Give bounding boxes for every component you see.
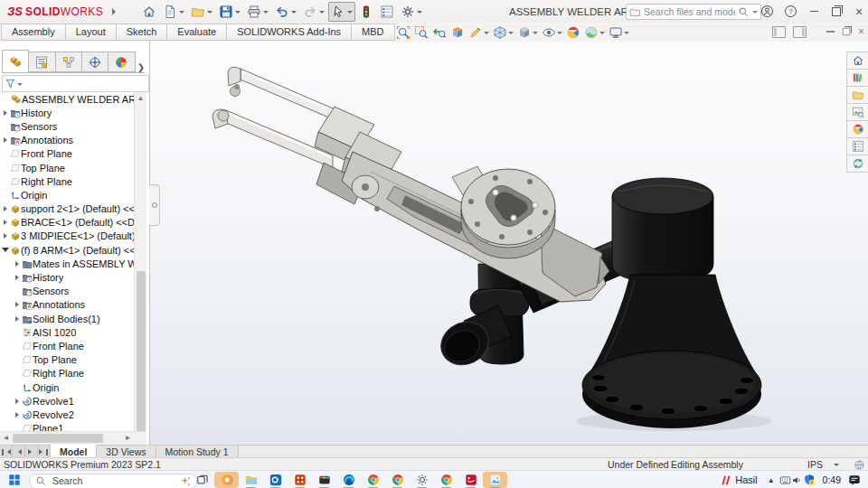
notification-center-icon[interactable]: [848, 471, 861, 488]
task-pane-view-palette-button[interactable]: [846, 104, 868, 121]
taskbar-app-edge[interactable]: [336, 472, 361, 488]
undo-button[interactable]: [272, 2, 299, 22]
expander-icon[interactable]: [0, 206, 10, 211]
tree-item[interactable]: support 2<1> (Default) <<Defa: [0, 202, 134, 216]
rebuild-button[interactable]: [356, 2, 376, 22]
open-caret-icon[interactable]: [207, 11, 212, 16]
units-caret-icon[interactable]: [834, 464, 839, 469]
tree-item[interactable]: Revolve1: [0, 394, 134, 408]
input-method-icon[interactable]: [779, 471, 791, 488]
doc-tab-model[interactable]: Model: [51, 445, 97, 458]
taskbar-app-chrome-profile-2[interactable]: [385, 472, 410, 488]
tree-vertical-scrollbar[interactable]: ▲ ▼: [134, 92, 146, 472]
redo-caret-icon[interactable]: [319, 11, 325, 16]
scroll-right-arrow[interactable]: ►: [122, 432, 134, 444]
tree-item[interactable]: Right Plane: [0, 174, 134, 188]
taskbar-app-office-app[interactable]: [288, 472, 312, 488]
graphics-viewport[interactable]: [149, 42, 868, 445]
print-caret-icon[interactable]: [263, 11, 269, 16]
tree-item[interactable]: AAnnotations: [0, 298, 134, 312]
tree-item[interactable]: Solid Bodies(1): [0, 312, 134, 325]
units-selector[interactable]: IPS: [807, 459, 823, 470]
display-style-button[interactable]: [516, 24, 539, 41]
scroll-thumb[interactable]: [137, 271, 146, 439]
next-tab-button[interactable]: [25, 446, 38, 458]
tree-item[interactable]: History: [0, 270, 134, 284]
restore-button[interactable]: [826, 0, 847, 23]
tree-item[interactable]: 3 MIDPIECE<1> (Default) <<D: [0, 230, 134, 243]
panel-tab-configuration-manager[interactable]: [55, 52, 82, 72]
doc-tab-3d-views[interactable]: 3D Views: [97, 446, 156, 458]
panel-tab-property-manager[interactable]: [28, 52, 55, 72]
panel-tab-feature-manager[interactable]: [2, 50, 29, 72]
collapse-left-pane-icon[interactable]: [772, 26, 786, 38]
view-settings-caret-icon[interactable]: [624, 32, 629, 37]
tree-item[interactable]: Sensors: [0, 285, 134, 298]
new-document-caret-icon[interactable]: [179, 11, 184, 16]
viewport-canvas[interactable]: [149, 42, 868, 445]
section-view-button[interactable]: [449, 24, 466, 41]
print-button[interactable]: [244, 2, 271, 22]
tree-item[interactable]: Front Plane: [0, 147, 134, 161]
view-settings-button[interactable]: [608, 24, 630, 41]
doc-minimize-icon[interactable]: [826, 31, 835, 33]
security-shield-icon[interactable]: [803, 471, 816, 488]
collapse-right-pane-icon[interactable]: [793, 26, 807, 38]
taskbar-app-photos[interactable]: [483, 472, 507, 488]
tree-filter[interactable]: [2, 75, 149, 92]
minimize-button[interactable]: [803, 0, 825, 23]
tray-expand-icon[interactable]: ▲: [768, 476, 775, 484]
options-button[interactable]: [398, 2, 425, 22]
tree-item[interactable]: BRACE<1> (Default) <<Default: [0, 216, 134, 230]
hide-show-items-caret-icon[interactable]: [557, 32, 562, 37]
task-pane-file-explorer-button[interactable]: [846, 87, 868, 104]
dynamic-annotation-views-button[interactable]: [467, 24, 490, 41]
tree-item[interactable]: Revolve2: [0, 408, 134, 421]
taskbar-app-file-explorer[interactable]: [239, 472, 263, 488]
file-search-box[interactable]: Search files and models: [626, 4, 761, 20]
expander-icon[interactable]: [0, 233, 10, 239]
scroll-left-arrow[interactable]: ◄: [0, 432, 12, 444]
ribbon-tab-mbd[interactable]: MBD: [351, 23, 394, 41]
panel-tabs-overflow-button[interactable]: ❯: [137, 62, 145, 72]
expander-icon[interactable]: [12, 275, 22, 280]
expander-icon[interactable]: [12, 316, 22, 322]
model-electrodes[interactable]: [212, 67, 344, 168]
apply-scene-caret-icon[interactable]: [599, 32, 605, 37]
hide-show-items-button[interactable]: [541, 24, 563, 41]
taskbar-app-task-view[interactable]: [190, 472, 214, 488]
expander-icon[interactable]: [0, 220, 10, 225]
ribbon-tab-solidworks-add-ins[interactable]: SOLIDWORKS Add-Ins: [226, 23, 352, 41]
zoom-to-fit-button[interactable]: [395, 24, 411, 41]
display-style-caret-icon[interactable]: [533, 32, 538, 37]
scroll-up-arrow[interactable]: ▲: [135, 92, 146, 104]
taskbar-app-chrome[interactable]: [361, 472, 385, 488]
panel-tab-display-manager[interactable]: [108, 52, 135, 72]
zoom-to-area-button[interactable]: [413, 24, 429, 41]
select-button[interactable]: [328, 2, 355, 22]
expander-icon[interactable]: [12, 399, 22, 404]
expander-icon[interactable]: [0, 110, 10, 116]
save-button[interactable]: [216, 2, 243, 22]
taskbar-app-solidworks-2023[interactable]: [458, 472, 483, 488]
expander-icon[interactable]: [0, 137, 10, 143]
expander-icon[interactable]: [12, 302, 22, 307]
search-icon[interactable]: [738, 6, 750, 18]
tray-app-logo-icon[interactable]: [720, 471, 731, 488]
task-pane-solidworks-updates-button[interactable]: [846, 155, 868, 173]
previous-view-button[interactable]: [431, 24, 448, 41]
tree-item[interactable]: Sensors: [0, 119, 134, 133]
expander-icon[interactable]: [12, 412, 22, 418]
tree-item[interactable]: (f) 8 ARM<1> (Default) <<Defa: [0, 243, 134, 257]
tray-app-label[interactable]: Hasil: [735, 474, 757, 485]
close-button[interactable]: ×: [848, 0, 868, 23]
edit-appearance-button[interactable]: [565, 24, 581, 41]
taskbar-app-chrome-profile-3[interactable]: [434, 472, 458, 488]
undo-caret-icon[interactable]: [291, 11, 297, 16]
tree-item[interactable]: History: [0, 106, 134, 119]
tree-item[interactable]: Right Plane: [0, 367, 134, 380]
taskbar-app-outlook[interactable]: [263, 472, 288, 488]
ribbon-tab-evaluate[interactable]: Evaluate: [166, 23, 227, 41]
apply-scene-button[interactable]: [583, 24, 606, 41]
view-orientation-button[interactable]: [492, 24, 514, 41]
